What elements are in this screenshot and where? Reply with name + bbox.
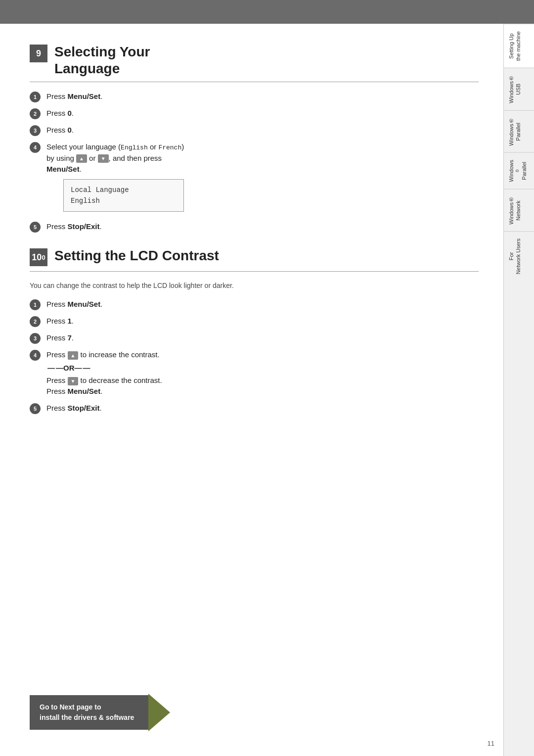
right-sidebar: Setting Up the machine Windows® USB Wind…	[503, 24, 534, 756]
section10-number: 100	[30, 248, 47, 266]
section10-steps: 1 Press Menu/Set. 2 Press 1. 3 Press 7. …	[30, 299, 479, 414]
section9-step4: 4 Select your language (English or Frenc…	[30, 142, 479, 216]
lcd-display: Local Language English	[63, 179, 184, 212]
sidebar-tab-label: Setting Up	[508, 31, 515, 61]
s10-step-text-3: Press 7.	[46, 332, 74, 344]
sidebar-tab-windows-parallel[interactable]: Windows® Parallel	[504, 110, 534, 153]
contrast-up-icon: ▲	[68, 351, 79, 360]
section10: 100 Setting the LCD Contrast You can cha…	[30, 247, 479, 414]
s10-step-circle-3: 3	[30, 333, 41, 344]
section9-header: 9 Selecting YourLanguage	[30, 44, 479, 82]
s10-step-circle-4: 4	[30, 350, 41, 361]
s10-step-text-5: Press Stop/Exit.	[46, 403, 102, 414]
bottom-nav-arrow	[148, 694, 170, 731]
section10-step4: 4 Press ▲ to increase the contrast. —OR—…	[30, 349, 479, 397]
top-bar	[0, 0, 534, 24]
s10-step-circle-2: 2	[30, 316, 41, 327]
sidebar-tab-label2: the machine	[515, 31, 522, 61]
section9-number: 9	[30, 45, 47, 62]
section9-step1: 1 Press Menu/Set.	[30, 91, 479, 102]
step-circle-2: 2	[30, 108, 41, 119]
section9-step3: 3 Press 0.	[30, 125, 479, 136]
step-text-4: Select your language (English or French)…	[46, 142, 184, 175]
s10-step-text-1: Press Menu/Set.	[46, 299, 102, 310]
contrast-down-icon: ▼	[68, 377, 79, 385]
arrow-up-icon: ▲	[76, 154, 87, 163]
bottom-nav-container[interactable]: Go to Next page to install the drivers &…	[30, 694, 170, 731]
s10-step-circle-5: 5	[30, 403, 41, 414]
sidebar-tab-windows-network[interactable]: Windows® Network	[504, 189, 534, 232]
section10-step1: 1 Press Menu/Set.	[30, 299, 479, 310]
step-text-5: Press Stop/Exit.	[46, 221, 102, 233]
step-circle-3: 3	[30, 125, 41, 136]
section9-step5: 5 Press Stop/Exit.	[30, 221, 479, 233]
step-text-1: Press Menu/Set.	[46, 91, 102, 102]
bottom-nav-text: Go to Next page to install the drivers &…	[30, 695, 148, 730]
step-circle-1: 1	[30, 92, 41, 102]
section10-step5: 5 Press Stop/Exit.	[30, 403, 479, 414]
or-divider: —OR—	[46, 364, 162, 372]
step-text-2: Press 0.	[46, 108, 74, 119]
s10-step-text-4a: Press ▲ to increase the contrast.	[46, 349, 162, 361]
section10-step2: 2 Press 1.	[30, 316, 479, 327]
section9-steps: 1 Press Menu/Set. 2 Press 0. 3 Press 0. …	[30, 91, 479, 233]
s10-step-text-4b: Press ▼ to decrease the contrast. Press …	[46, 375, 162, 397]
section10-step3: 3 Press 7.	[30, 332, 479, 344]
s10-step-circle-1: 1	[30, 299, 41, 310]
sidebar-tab-windows-0-parallel[interactable]: Windows 0 Parallel	[504, 152, 534, 189]
sidebar-tab-network-users[interactable]: For Network Users	[504, 231, 534, 281]
section10-header: 100 Setting the LCD Contrast	[30, 247, 479, 272]
step-circle-4: 4	[30, 142, 41, 153]
page-number: 11	[488, 740, 494, 747]
section9-step2: 2 Press 0.	[30, 108, 479, 119]
step-circle-5: 5	[30, 222, 41, 233]
section10-title: Setting the LCD Contrast	[54, 247, 219, 264]
sidebar-tab-windows-usb[interactable]: Windows® USB	[504, 68, 534, 110]
sidebar-tab-setting-up[interactable]: Setting Up the machine	[504, 24, 534, 68]
arrow-down-icon: ▼	[98, 154, 109, 163]
section9-title: Selecting YourLanguage	[54, 44, 150, 77]
s10-step-text-2: Press 1.	[46, 316, 74, 327]
section10-description: You can change the contrast to help the …	[30, 281, 479, 291]
step-text-3: Press 0.	[46, 125, 74, 136]
main-content: 9 Selecting YourLanguage 1 Press Menu/Se…	[0, 24, 503, 756]
